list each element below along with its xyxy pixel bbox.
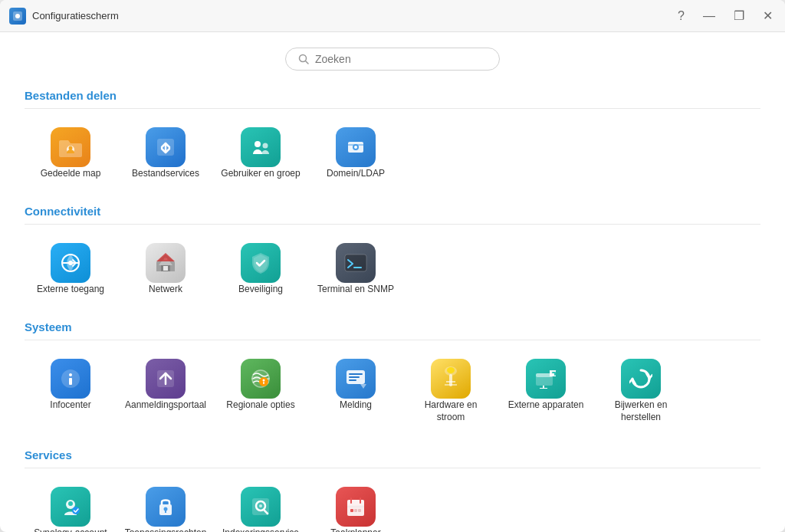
items-grid-systeem: Infocenter Aanmeldingsportaal: [25, 351, 760, 431]
svg-point-1: [15, 14, 20, 18]
section-title-bestanden-delen: Bestanden delen: [25, 89, 760, 109]
label-regionale-opties: Regionale opties: [226, 399, 294, 412]
sections-container: Bestanden delen Gedeelde map Bestandserv…: [25, 89, 760, 532]
item-synology-account[interactable]: Synology-account: [25, 479, 117, 532]
item-regionale-opties[interactable]: Regionale opties: [215, 351, 307, 431]
label-taakplanner: Taakplanner: [330, 527, 380, 532]
app-icon: [9, 8, 26, 25]
label-netwerk: Netwerk: [149, 283, 182, 296]
icon-terminal-snmp: [336, 243, 376, 283]
section-title-systeem: Systeem: [25, 320, 760, 340]
item-bestandservices[interactable]: Bestandservices: [120, 120, 212, 186]
icon-infocenter: [51, 359, 90, 399]
section-services: Services Synology-account Toepassingsre: [25, 448, 760, 532]
svg-point-53: [259, 504, 262, 507]
svg-rect-17: [163, 266, 168, 271]
svg-point-22: [69, 373, 72, 376]
label-bijwerken-herstellen: Bijwerken en herstellen: [601, 399, 681, 425]
minimize-button[interactable]: —: [700, 8, 718, 24]
item-externe-toegang[interactable]: Externe toegang: [25, 235, 117, 302]
svg-point-8: [263, 143, 268, 149]
icon-bijwerken-herstellen: [621, 359, 661, 399]
svg-point-45: [68, 501, 73, 506]
icon-melding: [336, 359, 376, 399]
item-aanmeldingsportaal[interactable]: Aanmeldingsportaal: [120, 351, 212, 431]
svg-point-5: [69, 146, 73, 150]
svg-marker-18: [156, 253, 175, 261]
item-indexeringsservice[interactable]: Indexeringsservice: [215, 479, 307, 532]
item-taakplanner[interactable]: Taakplanner: [310, 479, 402, 532]
icon-domein-ldap: [336, 127, 376, 167]
icon-synology-account: [51, 487, 90, 527]
search-icon: [298, 54, 309, 64]
window-title: Configuratiescherm: [32, 10, 675, 21]
svg-point-29: [263, 379, 265, 381]
window-controls: ? — ❐ ✕: [675, 8, 776, 24]
icon-bestandservices: [146, 127, 186, 167]
maximize-button[interactable]: ❐: [731, 8, 747, 24]
icon-gebruiker-groep: [241, 127, 281, 167]
items-grid-services: Synology-account Toepassingsrechten Inde…: [25, 479, 760, 532]
section-connectiviteit: Connectiviteit Externe toegang: [25, 205, 760, 302]
search-input[interactable]: [315, 53, 487, 65]
icon-externe-toegang: [51, 243, 90, 283]
section-title-services: Services: [25, 448, 760, 468]
help-button[interactable]: ?: [675, 8, 688, 24]
svg-rect-19: [345, 255, 366, 271]
icon-taakplanner: [336, 487, 376, 527]
item-hardware-stroom[interactable]: Hardware en stroom: [405, 351, 497, 431]
item-infocenter[interactable]: Infocenter: [25, 351, 117, 431]
items-grid-connectiviteit: Externe toegang Netwerk Beveiliging: [25, 235, 760, 302]
item-bijwerken-herstellen[interactable]: Bijwerken en herstellen: [595, 351, 687, 431]
svg-rect-60: [354, 509, 357, 512]
label-melding: Melding: [340, 399, 372, 412]
svg-rect-59: [350, 509, 353, 512]
label-bestandservices: Bestandservices: [132, 167, 199, 180]
item-gebruiker-groep[interactable]: Gebruiker en groep: [215, 120, 307, 186]
label-aanmeldingsportaal: Aanmeldingsportaal: [125, 399, 206, 412]
item-domein-ldap[interactable]: Domein/LDAP: [310, 120, 402, 186]
close-button[interactable]: ✕: [760, 8, 776, 24]
item-melding[interactable]: Melding: [310, 351, 402, 431]
content-area: Bestanden delen Gedeelde map Bestandserv…: [0, 32, 785, 532]
svg-point-36: [447, 367, 455, 373]
label-beveiliging: Beveiliging: [238, 283, 283, 296]
svg-point-11: [354, 146, 357, 149]
svg-rect-61: [358, 509, 361, 512]
label-gebruiker-groep: Gebruiker en groep: [221, 167, 300, 180]
item-terminal-snmp[interactable]: Terminal en SNMP: [310, 235, 402, 302]
icon-beveiliging: [241, 243, 281, 283]
svg-point-46: [72, 507, 80, 514]
label-externe-toegang: Externe toegang: [37, 283, 104, 296]
search-input-wrap: [285, 48, 500, 71]
item-externe-apparaten[interactable]: Externe apparaten: [500, 351, 592, 431]
section-title-connectiviteit: Connectiviteit: [25, 205, 760, 225]
search-bar: [25, 48, 760, 71]
label-gedeelde-map: Gedeelde map: [41, 167, 101, 180]
icon-regionale-opties: [241, 359, 281, 399]
titlebar: Configuratiescherm ? — ❐ ✕: [0, 0, 785, 32]
item-beveiliging[interactable]: Beveiliging: [215, 235, 307, 302]
label-infocenter: Infocenter: [50, 399, 90, 412]
svg-line-3: [306, 61, 309, 64]
label-hardware-stroom: Hardware en stroom: [411, 399, 491, 425]
svg-point-48: [164, 507, 168, 511]
icon-toepassingsrechten: [146, 487, 186, 527]
icon-netwerk: [146, 243, 186, 283]
main-window: Configuratiescherm ? — ❐ ✕ Bestanden del…: [0, 0, 785, 532]
label-domein-ldap: Domein/LDAP: [327, 167, 385, 180]
label-indexeringsservice: Indexeringsservice: [222, 527, 299, 532]
icon-externe-apparaten: [526, 359, 566, 399]
item-gedeelde-map[interactable]: Gedeelde map: [25, 120, 117, 186]
label-terminal-snmp: Terminal en SNMP: [317, 283, 394, 296]
svg-rect-55: [347, 500, 364, 505]
icon-gedeelde-map: [51, 127, 90, 167]
item-toepassingsrechten[interactable]: Toepassingsrechten: [120, 479, 212, 532]
label-synology-account: Synology-account: [34, 527, 107, 532]
section-systeem: Systeem Infocenter Aanmeldingsportaal: [25, 320, 760, 431]
svg-point-15: [68, 261, 73, 265]
svg-point-7: [255, 141, 261, 147]
icon-aanmeldingsportaal: [146, 359, 186, 399]
svg-rect-23: [69, 378, 72, 385]
item-netwerk[interactable]: Netwerk: [120, 235, 212, 302]
